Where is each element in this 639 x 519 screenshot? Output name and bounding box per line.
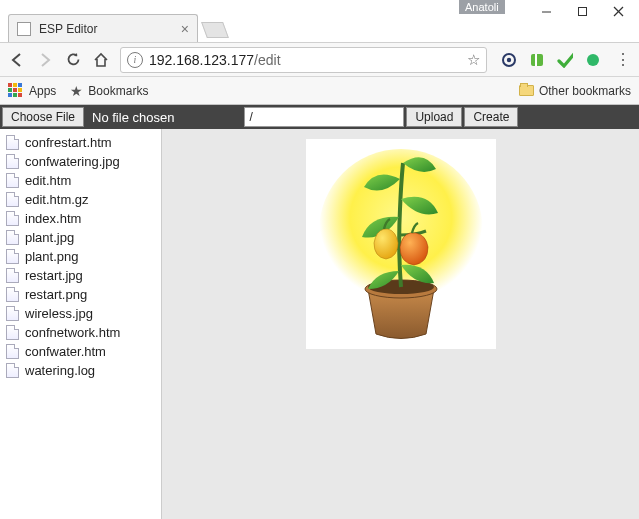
file-name: edit.htm bbox=[25, 173, 71, 188]
file-item[interactable]: edit.htm bbox=[2, 171, 159, 190]
extension-icons bbox=[497, 52, 605, 68]
esp-toolbar: Choose File No file chosen Upload Create bbox=[0, 105, 639, 129]
url-text: 192.168.123.177/edit bbox=[149, 52, 461, 68]
svg-point-8 bbox=[587, 54, 599, 66]
file-name: confwatering.jpg bbox=[25, 154, 120, 169]
file-name: plant.jpg bbox=[25, 230, 74, 245]
user-badge[interactable]: Anatoli bbox=[459, 0, 505, 14]
choose-file-button[interactable]: Choose File bbox=[2, 107, 84, 127]
file-item[interactable]: edit.htm.gz bbox=[2, 190, 159, 209]
file-name: confwater.htm bbox=[25, 344, 106, 359]
file-list: confrestart.htmconfwatering.jpgedit.htme… bbox=[0, 129, 162, 519]
create-button[interactable]: Create bbox=[464, 107, 518, 127]
new-tab-button[interactable] bbox=[201, 22, 229, 38]
extension-shield-icon[interactable] bbox=[501, 52, 517, 68]
file-name: edit.htm.gz bbox=[25, 192, 89, 207]
tab-favicon bbox=[17, 22, 31, 36]
file-icon bbox=[6, 135, 19, 150]
file-item[interactable]: restart.jpg bbox=[2, 266, 159, 285]
file-item[interactable]: watering.log bbox=[2, 361, 159, 380]
file-name: restart.jpg bbox=[25, 268, 83, 283]
bookmarks-label: Bookmarks bbox=[88, 84, 148, 98]
other-bookmarks-label: Other bookmarks bbox=[539, 84, 631, 98]
window-titlebar: Anatoli bbox=[0, 0, 639, 10]
apps-icon bbox=[8, 83, 24, 99]
bookmarks-folder[interactable]: ★ Bookmarks bbox=[70, 83, 148, 99]
url-host: 192.168.123.177 bbox=[149, 52, 254, 68]
folder-icon bbox=[519, 85, 534, 96]
window-close-button[interactable] bbox=[611, 4, 625, 18]
browser-tab[interactable]: ESP Editor × bbox=[8, 14, 198, 42]
file-item[interactable]: confwater.htm bbox=[2, 342, 159, 361]
file-icon bbox=[6, 154, 19, 169]
back-button[interactable] bbox=[8, 51, 26, 69]
file-icon bbox=[6, 306, 19, 321]
window-maximize-button[interactable] bbox=[575, 4, 589, 18]
apps-button[interactable]: Apps bbox=[8, 83, 56, 99]
browser-menu-button[interactable]: ⋮ bbox=[615, 50, 631, 69]
extension-dot-icon[interactable] bbox=[585, 52, 601, 68]
file-item[interactable]: plant.jpg bbox=[2, 228, 159, 247]
file-icon bbox=[6, 344, 19, 359]
upload-button[interactable]: Upload bbox=[406, 107, 462, 127]
file-icon bbox=[6, 325, 19, 340]
home-button[interactable] bbox=[92, 51, 110, 69]
file-icon bbox=[6, 173, 19, 188]
file-icon bbox=[6, 268, 19, 283]
file-item[interactable]: confnetwork.htm bbox=[2, 323, 159, 342]
address-bar[interactable]: i 192.168.123.177/edit ☆ bbox=[120, 47, 487, 73]
window-minimize-button[interactable] bbox=[539, 4, 553, 18]
file-icon bbox=[6, 230, 19, 245]
tab-close-icon[interactable]: × bbox=[181, 21, 189, 37]
star-icon: ★ bbox=[70, 83, 83, 99]
file-icon bbox=[6, 192, 19, 207]
file-name: confrestart.htm bbox=[25, 135, 112, 150]
svg-rect-1 bbox=[578, 7, 586, 15]
other-bookmarks-button[interactable]: Other bookmarks bbox=[519, 84, 631, 98]
file-name: index.htm bbox=[25, 211, 81, 226]
file-name: wireless.jpg bbox=[25, 306, 93, 321]
preview-image bbox=[306, 139, 496, 349]
svg-point-5 bbox=[507, 57, 511, 61]
file-name: confnetwork.htm bbox=[25, 325, 120, 340]
tab-title: ESP Editor bbox=[39, 22, 173, 36]
browser-toolbar: i 192.168.123.177/edit ☆ ⋮ bbox=[0, 43, 639, 77]
file-name: plant.png bbox=[25, 249, 79, 264]
file-chosen-label: No file chosen bbox=[86, 107, 180, 127]
file-item[interactable]: restart.png bbox=[2, 285, 159, 304]
extension-check-icon[interactable] bbox=[557, 52, 573, 68]
url-path: /edit bbox=[254, 52, 280, 68]
file-name: restart.png bbox=[25, 287, 87, 302]
file-item[interactable]: index.htm bbox=[2, 209, 159, 228]
file-item[interactable]: confrestart.htm bbox=[2, 133, 159, 152]
forward-button bbox=[36, 51, 54, 69]
extension-green-icon[interactable] bbox=[529, 52, 545, 68]
bookmark-bar: Apps ★ Bookmarks Other bookmarks bbox=[0, 77, 639, 105]
apps-label: Apps bbox=[29, 84, 56, 98]
file-icon bbox=[6, 211, 19, 226]
svg-rect-7 bbox=[535, 54, 537, 66]
preview-pane bbox=[162, 129, 639, 519]
content-area: confrestart.htmconfwatering.jpgedit.htme… bbox=[0, 129, 639, 519]
file-name: watering.log bbox=[25, 363, 95, 378]
file-icon bbox=[6, 287, 19, 302]
file-icon bbox=[6, 249, 19, 264]
bookmark-star-icon[interactable]: ☆ bbox=[467, 51, 480, 69]
file-item[interactable]: confwatering.jpg bbox=[2, 152, 159, 171]
path-input[interactable] bbox=[244, 107, 404, 127]
site-info-icon[interactable]: i bbox=[127, 52, 143, 68]
file-icon bbox=[6, 363, 19, 378]
reload-button[interactable] bbox=[64, 51, 82, 69]
file-item[interactable]: wireless.jpg bbox=[2, 304, 159, 323]
file-item[interactable]: plant.png bbox=[2, 247, 159, 266]
